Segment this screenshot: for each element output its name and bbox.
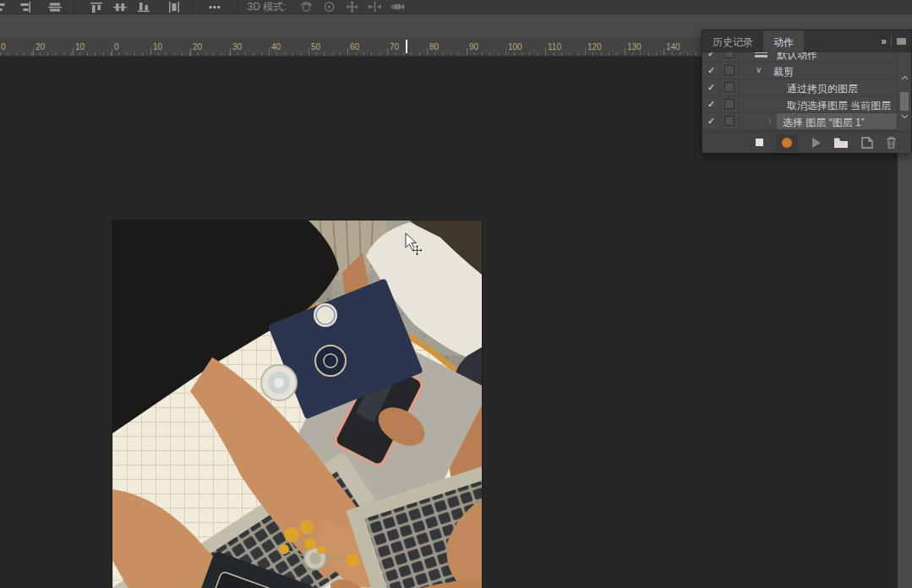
dialog-toggle-box[interactable] [724, 82, 735, 92]
toggle-item-check[interactable]: ✓ [707, 65, 715, 76]
distribute-top-edges-icon[interactable] [90, 2, 103, 13]
ruler-number: 30 [232, 42, 242, 52]
stop-button[interactable] [756, 139, 763, 146]
ruler-number: 0 [1, 42, 6, 52]
more-options-button[interactable]: ••• [200, 2, 230, 12]
dialog-toggle-box[interactable] [724, 65, 735, 75]
dialog-toggle-box[interactable] [724, 99, 735, 109]
command-row[interactable]: ✓ 取消选择图层 当前图层 [702, 96, 898, 113]
command-row[interactable]: ✓ 通过拷贝的图层 [702, 79, 898, 96]
3d-camera-icon[interactable] [390, 1, 405, 13]
photo-glass [261, 365, 297, 400]
ruler-number: 110 [548, 42, 561, 52]
record-button[interactable] [776, 133, 798, 152]
command-label: 选择 图层 “图层 1” [783, 116, 865, 130]
align-right-edges-icon[interactable] [18, 2, 31, 13]
dialog-toggle-box[interactable] [724, 52, 735, 58]
expander-closed-icon[interactable]: 〉 [767, 116, 776, 128]
ruler-number: 0 [114, 42, 119, 52]
right-dock-strip[interactable] [898, 153, 912, 588]
toggle-item-check[interactable]: ✓ [707, 52, 715, 59]
scrollbar-thumb[interactable] [900, 92, 909, 111]
record-icon [782, 138, 792, 148]
3d-slide-icon[interactable] [368, 1, 382, 13]
document-photo[interactable] [112, 220, 482, 588]
play-button[interactable] [812, 138, 821, 148]
command-label: 通过拷贝的图层 [787, 82, 858, 96]
ruler-number: 100 [508, 42, 522, 52]
toggle-item-check[interactable]: ✓ [707, 99, 715, 110]
ruler-number: 10 [153, 42, 162, 52]
ruler-number: 50 [311, 42, 320, 52]
ruler-number: 10 [75, 42, 85, 52]
ruler-number: 40 [271, 42, 281, 52]
ruler-number: 90 [469, 42, 478, 52]
tab-separator [891, 36, 892, 46]
action-set-icon [755, 52, 767, 57]
options-separator [237, 2, 238, 12]
panel-menu-icon[interactable] [897, 38, 906, 45]
actions-list: ✓ 默认动作 ✓ ∨ 裁剪 ✓ 通过拷贝的图层 ✓ 取消选择图层 当前图层 [702, 52, 898, 131]
command-label: 取消选择图层 当前图层 [787, 99, 891, 113]
ruler-number: 130 [627, 42, 642, 52]
ruler-cursor-marker [406, 40, 407, 53]
align-horizontal-centers-icon[interactable] [167, 2, 181, 13]
distribute-vertical-centers-icon[interactable] [113, 2, 127, 13]
new-action-button[interactable] [861, 137, 873, 149]
ruler-number: 60 [350, 42, 359, 52]
panel-scrollbar[interactable] [897, 52, 911, 131]
3d-orbit-icon[interactable] [299, 1, 314, 13]
action-set-label: 默认动作 [777, 52, 817, 63]
delete-button[interactable] [886, 136, 897, 149]
dialog-toggle-box[interactable] [724, 116, 735, 126]
toggle-item-check[interactable]: ✓ [707, 116, 715, 127]
new-set-button[interactable] [833, 137, 849, 148]
command-row-selected[interactable]: ✓ 〉 选择 图层 “图层 1” [702, 113, 898, 130]
3d-roll-icon[interactable] [322, 1, 336, 13]
ruler-number: 80 [429, 42, 439, 52]
photo-sticker [315, 346, 346, 376]
align-left-edges-icon[interactable] [0, 2, 8, 13]
ruler-number: 70 [390, 42, 399, 52]
action-label: 裁剪 [773, 65, 794, 79]
toggle-item-check[interactable]: ✓ [707, 82, 715, 93]
panel-tab-bar: 历史记录 动作 » [702, 30, 911, 52]
ruler-number: 20 [35, 42, 45, 52]
options-separator [193, 2, 194, 12]
ruler-number: 20 [193, 42, 202, 52]
scroll-up-icon[interactable] [901, 75, 909, 80]
tab-history[interactable]: 历史记录 [702, 30, 763, 52]
actions-panel: 历史记录 动作 » ✓ 默认动作 ✓ ∨ 裁剪 ✓ 通过拷贝的图层 [702, 30, 912, 153]
actions-button-bar [702, 131, 911, 153]
3d-pan-icon[interactable] [345, 1, 359, 13]
ruler-number: 120 [587, 42, 602, 52]
distribute-bottom-edges-icon[interactable] [137, 2, 150, 13]
options-bar: ••• 3D 模式: [0, 0, 912, 14]
action-row[interactable]: ✓ ∨ 裁剪 [702, 63, 898, 79]
ruler-number: 140 [666, 42, 680, 52]
options-separator [74, 2, 74, 12]
tab-actions[interactable]: 动作 [763, 30, 804, 52]
action-set-row[interactable]: ✓ 默认动作 [702, 52, 898, 63]
expander-open-icon[interactable]: ∨ [756, 65, 762, 74]
collapse-panel-icon[interactable]: » [881, 35, 886, 47]
align-vertical-centers-icon[interactable] [48, 2, 62, 13]
3d-mode-label: 3D 模式: [248, 0, 287, 14]
scroll-down-icon[interactable] [901, 114, 909, 119]
